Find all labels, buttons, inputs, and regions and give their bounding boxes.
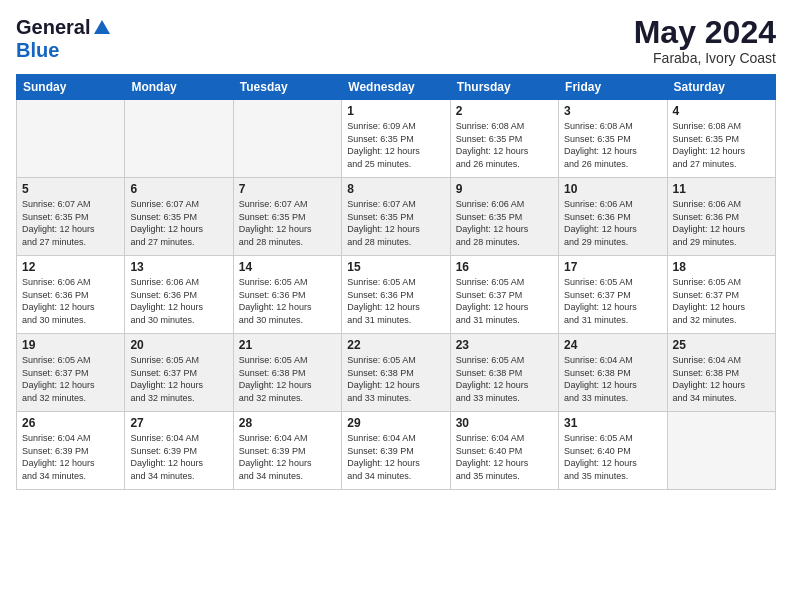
day-info: Sunrise: 6:05 AMSunset: 6:40 PMDaylight:… [564, 432, 661, 482]
calendar-table: Sunday Monday Tuesday Wednesday Thursday… [16, 74, 776, 490]
day-number: 10 [564, 182, 661, 196]
day-number: 1 [347, 104, 444, 118]
day-info: Sunrise: 6:04 AMSunset: 6:39 PMDaylight:… [347, 432, 444, 482]
table-row: 29Sunrise: 6:04 AMSunset: 6:39 PMDayligh… [342, 412, 450, 490]
svg-marker-0 [94, 20, 110, 34]
day-number: 9 [456, 182, 553, 196]
table-row: 5Sunrise: 6:07 AMSunset: 6:35 PMDaylight… [17, 178, 125, 256]
day-number: 21 [239, 338, 336, 352]
table-row: 19Sunrise: 6:05 AMSunset: 6:37 PMDayligh… [17, 334, 125, 412]
table-row: 31Sunrise: 6:05 AMSunset: 6:40 PMDayligh… [559, 412, 667, 490]
logo-line1: General [16, 16, 90, 38]
table-row: 27Sunrise: 6:04 AMSunset: 6:39 PMDayligh… [125, 412, 233, 490]
table-row: 21Sunrise: 6:05 AMSunset: 6:38 PMDayligh… [233, 334, 341, 412]
day-info: Sunrise: 6:05 AMSunset: 6:36 PMDaylight:… [239, 276, 336, 326]
calendar-week-row: 12Sunrise: 6:06 AMSunset: 6:36 PMDayligh… [17, 256, 776, 334]
day-info: Sunrise: 6:05 AMSunset: 6:37 PMDaylight:… [456, 276, 553, 326]
day-info: Sunrise: 6:06 AMSunset: 6:36 PMDaylight:… [564, 198, 661, 248]
table-row: 7Sunrise: 6:07 AMSunset: 6:35 PMDaylight… [233, 178, 341, 256]
title-block: May 2024 Faraba, Ivory Coast [634, 16, 776, 66]
table-row: 24Sunrise: 6:04 AMSunset: 6:38 PMDayligh… [559, 334, 667, 412]
logo: General Blue [16, 16, 112, 62]
table-row: 15Sunrise: 6:05 AMSunset: 6:36 PMDayligh… [342, 256, 450, 334]
day-number: 22 [347, 338, 444, 352]
day-number: 17 [564, 260, 661, 274]
location: Faraba, Ivory Coast [634, 50, 776, 66]
logo-icon [92, 18, 112, 38]
day-info: Sunrise: 6:07 AMSunset: 6:35 PMDaylight:… [22, 198, 119, 248]
table-row [125, 100, 233, 178]
day-number: 27 [130, 416, 227, 430]
table-row: 26Sunrise: 6:04 AMSunset: 6:39 PMDayligh… [17, 412, 125, 490]
header-monday: Monday [125, 75, 233, 100]
day-info: Sunrise: 6:06 AMSunset: 6:35 PMDaylight:… [456, 198, 553, 248]
day-info: Sunrise: 6:04 AMSunset: 6:39 PMDaylight:… [22, 432, 119, 482]
table-row: 20Sunrise: 6:05 AMSunset: 6:37 PMDayligh… [125, 334, 233, 412]
logo-line2: Blue [16, 39, 59, 61]
day-info: Sunrise: 6:05 AMSunset: 6:38 PMDaylight:… [347, 354, 444, 404]
day-number: 31 [564, 416, 661, 430]
day-number: 12 [22, 260, 119, 274]
day-info: Sunrise: 6:07 AMSunset: 6:35 PMDaylight:… [347, 198, 444, 248]
table-row: 2Sunrise: 6:08 AMSunset: 6:35 PMDaylight… [450, 100, 558, 178]
calendar-week-row: 5Sunrise: 6:07 AMSunset: 6:35 PMDaylight… [17, 178, 776, 256]
table-row: 11Sunrise: 6:06 AMSunset: 6:36 PMDayligh… [667, 178, 775, 256]
day-info: Sunrise: 6:08 AMSunset: 6:35 PMDaylight:… [456, 120, 553, 170]
day-info: Sunrise: 6:05 AMSunset: 6:38 PMDaylight:… [239, 354, 336, 404]
table-row [233, 100, 341, 178]
day-info: Sunrise: 6:06 AMSunset: 6:36 PMDaylight:… [130, 276, 227, 326]
day-number: 7 [239, 182, 336, 196]
day-info: Sunrise: 6:04 AMSunset: 6:40 PMDaylight:… [456, 432, 553, 482]
day-number: 18 [673, 260, 770, 274]
day-number: 5 [22, 182, 119, 196]
day-info: Sunrise: 6:08 AMSunset: 6:35 PMDaylight:… [564, 120, 661, 170]
table-row: 8Sunrise: 6:07 AMSunset: 6:35 PMDaylight… [342, 178, 450, 256]
header-tuesday: Tuesday [233, 75, 341, 100]
calendar-week-row: 26Sunrise: 6:04 AMSunset: 6:39 PMDayligh… [17, 412, 776, 490]
day-number: 30 [456, 416, 553, 430]
day-info: Sunrise: 6:06 AMSunset: 6:36 PMDaylight:… [673, 198, 770, 248]
table-row: 14Sunrise: 6:05 AMSunset: 6:36 PMDayligh… [233, 256, 341, 334]
day-number: 19 [22, 338, 119, 352]
table-row: 12Sunrise: 6:06 AMSunset: 6:36 PMDayligh… [17, 256, 125, 334]
day-info: Sunrise: 6:04 AMSunset: 6:38 PMDaylight:… [673, 354, 770, 404]
header-sunday: Sunday [17, 75, 125, 100]
day-number: 13 [130, 260, 227, 274]
table-row: 4Sunrise: 6:08 AMSunset: 6:35 PMDaylight… [667, 100, 775, 178]
calendar-week-row: 19Sunrise: 6:05 AMSunset: 6:37 PMDayligh… [17, 334, 776, 412]
table-row: 13Sunrise: 6:06 AMSunset: 6:36 PMDayligh… [125, 256, 233, 334]
day-info: Sunrise: 6:05 AMSunset: 6:37 PMDaylight:… [673, 276, 770, 326]
table-row: 17Sunrise: 6:05 AMSunset: 6:37 PMDayligh… [559, 256, 667, 334]
day-info: Sunrise: 6:04 AMSunset: 6:38 PMDaylight:… [564, 354, 661, 404]
table-row: 25Sunrise: 6:04 AMSunset: 6:38 PMDayligh… [667, 334, 775, 412]
month-year: May 2024 [634, 16, 776, 48]
day-info: Sunrise: 6:07 AMSunset: 6:35 PMDaylight:… [239, 198, 336, 248]
day-number: 26 [22, 416, 119, 430]
table-row: 18Sunrise: 6:05 AMSunset: 6:37 PMDayligh… [667, 256, 775, 334]
day-number: 24 [564, 338, 661, 352]
day-info: Sunrise: 6:05 AMSunset: 6:37 PMDaylight:… [130, 354, 227, 404]
day-info: Sunrise: 6:05 AMSunset: 6:37 PMDaylight:… [22, 354, 119, 404]
table-row: 3Sunrise: 6:08 AMSunset: 6:35 PMDaylight… [559, 100, 667, 178]
day-number: 8 [347, 182, 444, 196]
day-info: Sunrise: 6:09 AMSunset: 6:35 PMDaylight:… [347, 120, 444, 170]
header-wednesday: Wednesday [342, 75, 450, 100]
table-row: 16Sunrise: 6:05 AMSunset: 6:37 PMDayligh… [450, 256, 558, 334]
table-row: 28Sunrise: 6:04 AMSunset: 6:39 PMDayligh… [233, 412, 341, 490]
day-info: Sunrise: 6:05 AMSunset: 6:37 PMDaylight:… [564, 276, 661, 326]
header-thursday: Thursday [450, 75, 558, 100]
day-number: 15 [347, 260, 444, 274]
table-row: 30Sunrise: 6:04 AMSunset: 6:40 PMDayligh… [450, 412, 558, 490]
day-number: 23 [456, 338, 553, 352]
day-number: 4 [673, 104, 770, 118]
table-row [667, 412, 775, 490]
day-number: 16 [456, 260, 553, 274]
day-number: 2 [456, 104, 553, 118]
table-row: 1Sunrise: 6:09 AMSunset: 6:35 PMDaylight… [342, 100, 450, 178]
day-info: Sunrise: 6:08 AMSunset: 6:35 PMDaylight:… [673, 120, 770, 170]
day-info: Sunrise: 6:05 AMSunset: 6:36 PMDaylight:… [347, 276, 444, 326]
table-row: 23Sunrise: 6:05 AMSunset: 6:38 PMDayligh… [450, 334, 558, 412]
day-info: Sunrise: 6:04 AMSunset: 6:39 PMDaylight:… [239, 432, 336, 482]
day-number: 29 [347, 416, 444, 430]
table-row: 22Sunrise: 6:05 AMSunset: 6:38 PMDayligh… [342, 334, 450, 412]
